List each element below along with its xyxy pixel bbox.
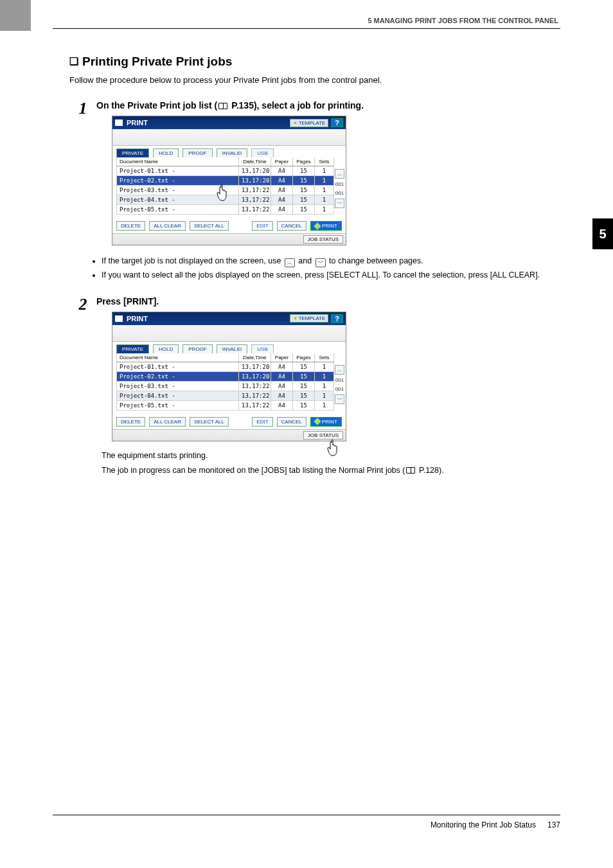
all-clear-button[interactable]: ALL CLEAR [149, 417, 186, 427]
table-row[interactable]: Project-01.txt -13,17:20A4151 [116, 362, 334, 372]
help-button[interactable]: ? [331, 314, 343, 323]
decorative-corner [0, 0, 31, 31]
diamond-icon [314, 418, 321, 425]
tab-hold[interactable]: HOLD [153, 148, 179, 157]
tab-private[interactable]: PRIVATE [116, 344, 149, 353]
panel-subbar [112, 129, 346, 146]
table-header: Document Name Date,Time Paper Pages Sets [116, 353, 334, 362]
step-1-notes: If the target job is not displayed on th… [102, 256, 560, 281]
edit-button[interactable]: EDIT [252, 221, 272, 231]
step-2-heading: Press [PRINT]. [96, 296, 560, 306]
print-button[interactable]: PRINT [310, 417, 342, 427]
section-title-text: Printing Private Print jobs [82, 55, 232, 68]
cancel-button[interactable]: CANCEL [277, 221, 306, 231]
table-row[interactable]: Project-05.txt -13,17:22A4151 [116, 205, 334, 215]
table-row[interactable]: Project-03.txt -13,17:22A4151 [116, 382, 334, 391]
printer-icon [115, 120, 123, 126]
scroll-down-button[interactable]: ﹀ [335, 199, 344, 208]
template-button[interactable]: ★TEMPLATE [290, 314, 329, 323]
tab-usb[interactable]: USB [251, 148, 273, 157]
up-arrow-icon: ︿ [285, 258, 295, 267]
print-button[interactable]: PRINT [310, 221, 342, 231]
chapter-side-tab: 5 [592, 218, 613, 249]
table-row[interactable]: Project-02.txt -13,17:20A4151 [116, 372, 334, 382]
panel-subbar [112, 325, 346, 342]
delete-button[interactable]: DELETE [116, 221, 145, 231]
step-number: 1 [69, 100, 96, 251]
status-row: JOB STATUS [112, 429, 346, 441]
tab-row: PRIVATE HOLD PROOF INVALID USB [112, 342, 346, 353]
control-panel-screenshot-1: PRINT ★TEMPLATE ? PRIVATE HOLD PROOF INV… [112, 116, 346, 245]
panel-title: PRINT [127, 315, 148, 323]
scroll-page-indicator: 001 [335, 190, 344, 197]
tab-usb[interactable]: USB [251, 344, 273, 353]
tab-row: PRIVATE HOLD PROOF INVALID USB [112, 146, 346, 157]
tab-hold[interactable]: HOLD [153, 344, 179, 353]
action-row: DELETE ALL CLEAR SELECT ALL EDIT CANCEL … [112, 414, 346, 429]
scroll-column: ︿ 001 001 ﹀ [335, 169, 344, 208]
delete-button[interactable]: DELETE [116, 417, 145, 427]
step-number: 2 [69, 296, 96, 447]
step-2: 2 Press [PRINT]. PRINT ★TEMPLATE ? PRIVA… [69, 296, 560, 447]
tab-proof[interactable]: PROOF [182, 148, 212, 157]
job-status-button[interactable]: JOB STATUS [303, 235, 343, 244]
panel-title: PRINT [127, 119, 148, 127]
diamond-icon [314, 222, 321, 229]
status-row: JOB STATUS [112, 233, 346, 245]
action-row: DELETE ALL CLEAR SELECT ALL EDIT CANCEL … [112, 218, 346, 233]
footer-title: Monitoring the Print Job Status [431, 820, 536, 829]
all-clear-button[interactable]: ALL CLEAR [149, 221, 186, 231]
step-1-heading: On the Private Print job list ( P.135), … [96, 100, 560, 111]
scroll-page-indicator: 001 [335, 376, 344, 384]
scroll-up-button[interactable]: ︿ [335, 169, 344, 179]
step-2-after-2: The job in progress can be monitored on … [102, 465, 560, 477]
book-icon [218, 103, 227, 109]
book-icon [406, 467, 415, 474]
printer-icon [115, 315, 123, 322]
tab-private[interactable]: PRIVATE [116, 148, 149, 157]
tab-invalid[interactable]: INVALID [217, 148, 248, 157]
table-row[interactable]: Project-01.txt -13,17:20A4151 [116, 166, 334, 176]
template-button[interactable]: ★TEMPLATE [290, 119, 329, 127]
select-all-button[interactable]: SELECT ALL [190, 221, 229, 231]
cancel-button[interactable]: CANCEL [277, 417, 306, 427]
select-all-button[interactable]: SELECT ALL [190, 417, 229, 427]
hand-cursor-icon [326, 439, 341, 457]
step-1: 1 On the Private Print job list ( P.135)… [69, 100, 560, 251]
page-footer: Monitoring the Print Job Status 137 [53, 815, 560, 829]
help-button[interactable]: ? [331, 118, 343, 127]
down-arrow-icon: ﹀ [315, 258, 326, 267]
scroll-column: ︿ 001 001 ﹀ [335, 365, 344, 404]
table-row[interactable]: Project-04.txt -13,17:22A4151 [116, 391, 334, 401]
hand-cursor-icon [215, 184, 231, 202]
section-title: ❏Printing Private Print jobs [69, 55, 560, 69]
footer-page-number: 137 [547, 820, 560, 829]
edit-button[interactable]: EDIT [252, 417, 272, 427]
scroll-page-indicator: 001 [335, 181, 344, 188]
table-row[interactable]: Project-05.txt -13,17:22A4151 [116, 401, 334, 411]
scroll-page-indicator: 001 [335, 385, 344, 393]
scroll-down-button[interactable]: ﹀ [335, 394, 344, 404]
note-item: If the target job is not displayed on th… [102, 256, 560, 267]
job-table: Document Name Date,Time Paper Pages Sets… [116, 353, 334, 411]
star-icon: ★ [293, 120, 298, 126]
intro-text: Follow the procedure below to process yo… [69, 75, 560, 85]
scroll-up-button[interactable]: ︿ [335, 365, 344, 375]
tab-proof[interactable]: PROOF [182, 344, 212, 353]
control-panel-screenshot-2: PRINT ★TEMPLATE ? PRIVATE HOLD PROOF INV… [112, 312, 346, 441]
running-header: 5 MANAGING PRINT JOBS FROM THE CONTROL P… [0, 0, 613, 24]
square-bullet-icon: ❏ [69, 56, 78, 67]
tab-invalid[interactable]: INVALID [217, 344, 248, 353]
star-icon: ★ [293, 315, 298, 321]
table-header: Document Name Date,Time Paper Pages Sets [116, 157, 334, 166]
note-item: If you want to select all the jobs displ… [102, 270, 560, 281]
